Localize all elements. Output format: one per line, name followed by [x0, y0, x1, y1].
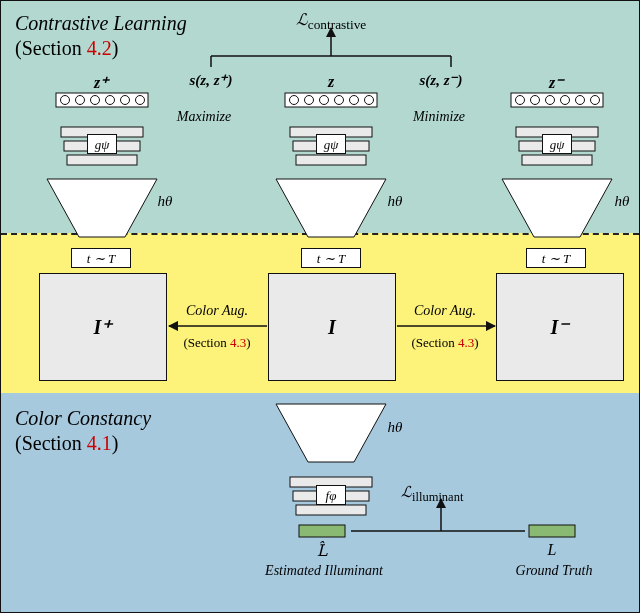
loss-illuminant-label: ℒilluminant — [401, 483, 501, 505]
section-suffix: ) — [246, 335, 250, 350]
section-number: 4.2 — [87, 37, 112, 59]
title-cc-section: (Section 4.1) — [15, 431, 151, 456]
section-prefix: (Section — [411, 335, 458, 350]
g-psi-mid: gψ — [316, 134, 346, 154]
t-sample-mid: t ∼ T — [301, 248, 361, 268]
h-theta-right: hθ — [606, 193, 638, 210]
color-aug-left-section: (Section 4.3) — [171, 335, 263, 351]
t-sample-right: t ∼ T — [526, 248, 586, 268]
section-suffix: ) — [112, 432, 119, 454]
z-plus-label: z⁺ — [71, 73, 131, 92]
image-I-minus: I⁻ — [496, 273, 624, 381]
f-phi-box: fφ — [316, 485, 346, 505]
section-prefix: (Section — [183, 335, 230, 350]
h-theta-bottom: hθ — [379, 419, 411, 436]
z-label: z — [301, 73, 361, 91]
z-minus-label: z⁻ — [526, 73, 586, 92]
t-sample-left: t ∼ T — [71, 248, 131, 268]
loss-sub: illuminant — [412, 490, 463, 504]
title-contrastive: Contrastive Learning (Section 4.2) — [15, 11, 187, 61]
s-neg-label: s(z, z⁻) — [401, 71, 481, 89]
h-theta-mid: hθ — [379, 193, 411, 210]
ground-truth-text: Ground Truth — [499, 563, 609, 579]
estimated-illuminant-text: Estimated Illuminant — [249, 563, 399, 579]
L-hat-label: L̂ — [297, 541, 347, 560]
section-number: 4.1 — [87, 432, 112, 454]
g-psi-right: gψ — [542, 134, 572, 154]
color-aug-right-section: (Section 4.3) — [399, 335, 491, 351]
g-psi-left: gψ — [87, 134, 117, 154]
section-prefix: (Section — [15, 432, 87, 454]
minimize-label: Minimize — [394, 109, 484, 125]
loss-L-symbol: ℒ — [401, 484, 412, 500]
maximize-label: Maximize — [159, 109, 249, 125]
h-theta-left: hθ — [149, 193, 181, 210]
title-color-constancy: Color Constancy (Section 4.1) — [15, 406, 151, 456]
image-I: I — [268, 273, 396, 381]
title-cc-text: Color Constancy — [15, 406, 151, 431]
image-I-plus: I⁺ — [39, 273, 167, 381]
section-prefix: (Section — [15, 37, 87, 59]
loss-contrastive-label: ℒcontrastive — [281, 10, 381, 33]
title-contrastive-section: (Section 4.2) — [15, 36, 187, 61]
diagram-canvas: Contrastive Learning (Section 4.2) Color… — [0, 0, 640, 613]
loss-sub: contrastive — [308, 17, 366, 32]
title-contrastive-text: Contrastive Learning — [15, 11, 187, 36]
section-number: 4.3 — [230, 335, 246, 350]
section-suffix: ) — [112, 37, 119, 59]
section-suffix: ) — [474, 335, 478, 350]
color-aug-right-label: Color Aug. — [399, 303, 491, 319]
loss-L-symbol: ℒ — [296, 11, 308, 28]
color-aug-left-label: Color Aug. — [171, 303, 263, 319]
L-gt-label: L — [527, 541, 577, 559]
s-pos-label: s(z, z⁺) — [171, 71, 251, 89]
section-number: 4.3 — [458, 335, 474, 350]
